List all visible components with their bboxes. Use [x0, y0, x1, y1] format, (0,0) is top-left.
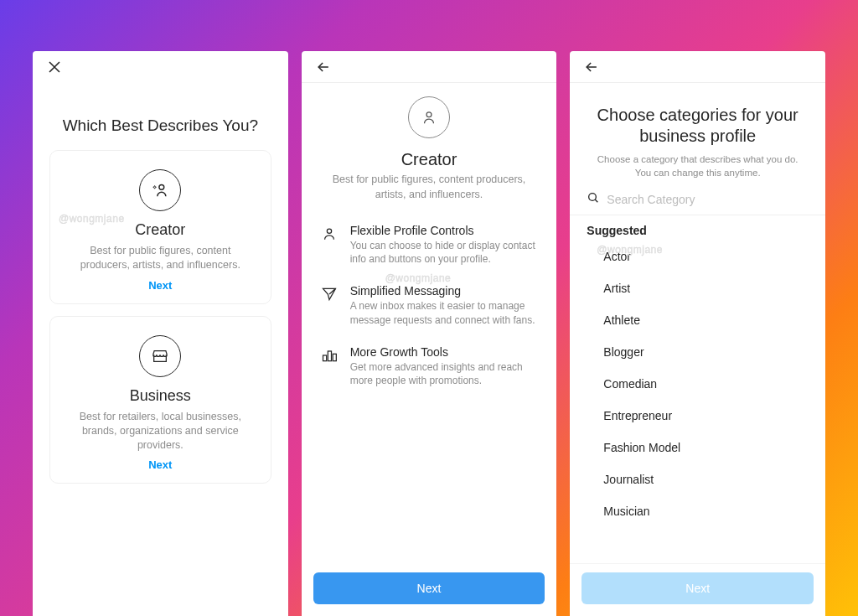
category-item[interactable]: Entrepreneur — [603, 400, 825, 432]
content: Choose categories for your business prof… — [570, 83, 825, 616]
screen-creator-detail: Creator Best for public figures, content… — [302, 51, 557, 616]
next-button[interactable]: Next — [313, 572, 545, 604]
page-title: Choose categories for your business prof… — [588, 105, 807, 147]
category-item[interactable]: Blogger — [603, 336, 825, 368]
topbar — [302, 51, 557, 83]
feature-title: More Growth Tools — [350, 345, 539, 359]
next-button[interactable]: Next — [581, 572, 814, 604]
card-title: Creator — [135, 221, 185, 239]
search-input[interactable] — [607, 193, 809, 206]
screen-account-type: Which Best Describes You? @wongmjane Cre… — [33, 51, 288, 616]
feature-title: Simplified Messaging — [350, 284, 539, 298]
watermark: @wongmjane — [385, 272, 452, 284]
feature-list: Flexible Profile Controls You can choose… — [302, 202, 557, 387]
card-business[interactable]: Business Best for retailers, local busin… — [49, 316, 271, 484]
creator-icon — [139, 169, 181, 211]
next-link[interactable]: Next — [64, 458, 257, 471]
suggested-label: Suggested — [570, 215, 825, 241]
feature-title: Flexible Profile Controls — [350, 224, 539, 237]
svg-rect-5 — [333, 354, 336, 360]
feature-growth-tools: More Growth Tools Get more advanced insi… — [320, 345, 539, 387]
category-item[interactable]: Fashion Model — [603, 432, 825, 463]
svg-point-0 — [159, 184, 164, 189]
feature-simplified-messaging: @wongmjane Simplified Messaging A new in… — [320, 284, 539, 326]
svg-point-6 — [589, 194, 597, 201]
content: Which Best Describes You? @wongmjane Cre… — [33, 83, 288, 616]
topbar — [570, 51, 825, 83]
back-arrow-icon[interactable] — [312, 55, 335, 79]
category-item[interactable]: Musician — [603, 495, 825, 527]
card-title: Business — [130, 387, 191, 405]
category-item[interactable]: Comedian — [603, 368, 825, 400]
feature-flexible-profile: Flexible Profile Controls You can choose… — [320, 224, 539, 266]
card-creator[interactable]: @wongmjane Creator Best for public figur… — [49, 150, 271, 304]
person-icon — [408, 96, 450, 138]
storefront-icon — [139, 335, 181, 377]
watermark: @wongmjane — [59, 213, 125, 225]
next-link[interactable]: Next — [64, 279, 257, 292]
paper-plane-icon — [320, 284, 339, 303]
svg-rect-3 — [323, 355, 326, 361]
bar-chart-icon — [320, 345, 339, 364]
screen-choose-category: Choose categories for your business prof… — [570, 51, 825, 616]
page-subtitle: Best for public figures, content produce… — [318, 173, 540, 202]
search-row — [570, 179, 825, 215]
page-title: Which Best Describes You? — [49, 116, 271, 135]
category-item[interactable]: Athlete — [603, 304, 825, 336]
topbar — [33, 51, 288, 83]
category-item[interactable]: Actor — [603, 241, 825, 272]
person-outline-icon — [320, 224, 339, 242]
card-description: Best for public figures, content produce… — [64, 244, 257, 272]
page-subtitle: Choose a category that describes what yo… — [588, 153, 807, 179]
feature-description: You can choose to hide or display contac… — [350, 239, 539, 266]
svg-point-2 — [327, 229, 331, 233]
page-title: Creator — [318, 150, 540, 169]
back-arrow-icon[interactable] — [580, 55, 603, 79]
search-icon — [587, 191, 600, 208]
close-icon[interactable] — [43, 55, 66, 79]
feature-description: Get more advanced insights and reach mor… — [350, 360, 539, 387]
category-item[interactable]: Journalist — [603, 463, 825, 495]
svg-rect-4 — [328, 351, 331, 361]
feature-description: A new inbox makes it easier to manage me… — [350, 299, 539, 326]
category-item[interactable]: Artist — [603, 272, 825, 304]
category-list: ActorArtistAthleteBloggerComedianEntrepr… — [570, 241, 825, 527]
content: Creator Best for public figures, content… — [302, 83, 557, 616]
bottom-bar: Next — [302, 564, 557, 616]
bottom-bar: Next — [570, 563, 825, 616]
card-description: Best for retailers, local businesses, br… — [64, 410, 257, 453]
svg-point-1 — [426, 112, 432, 117]
